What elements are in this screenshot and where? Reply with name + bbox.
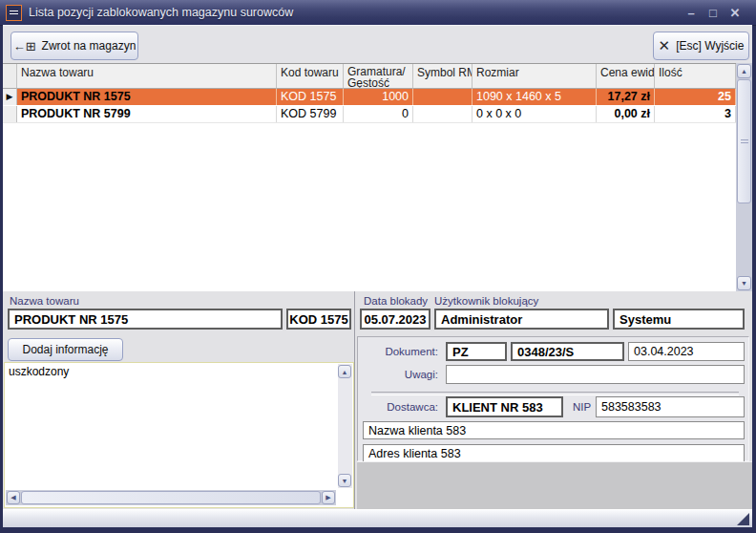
scroll-right-button[interactable]: ▶ [322,491,335,504]
data-blokady-label: Data blokady [364,295,428,307]
dokument-date-field[interactable]: 03.04.2023 [628,342,745,361]
app-icon [6,5,22,21]
table-row[interactable]: ▶ PRODUKT NR 1575 KOD 1575 1000 1090 x 1… [3,89,736,106]
close-button[interactable]: ✕ [725,6,745,20]
dokument-type-field[interactable]: PZ [446,342,507,361]
scroll-up-button[interactable]: ▲ [737,64,751,78]
klient-adres-field[interactable]: Adres klienta 583 [363,444,745,462]
column-header-selector [3,64,17,89]
cell-kod-towaru: KOD 5799 [277,106,344,122]
row-selector-icon: ▶ [3,89,17,105]
scroll-up-icon: ▲ [342,369,348,375]
uzytkownik-field-2[interactable]: Systemu [613,309,745,330]
return-to-warehouse-button[interactable]: ←⊞ Zwrot na magazyn [10,32,138,60]
exit-button-label: [Esc] Wyjście [676,39,744,53]
scrollbar-thumb[interactable] [737,79,751,203]
column-header-cena-ewid[interactable]: Cena ewid. [597,64,655,89]
klient-nazwa-field[interactable]: Nazwa klienta 583 [363,421,745,439]
window-title: Lista pozycji zablokowanych magazynu sur… [29,6,682,19]
dostawca-field[interactable]: KLIENT NR 583 [446,396,563,417]
scroll-up-button[interactable]: ▲ [338,365,351,378]
scroll-right-icon: ▶ [326,494,330,501]
textarea-vertical-scrollbar[interactable]: ▲ ▼ [338,364,352,488]
data-blokady-field[interactable]: 05.07.2023 [360,309,430,330]
scroll-down-icon: ▼ [741,280,747,287]
cell-nazwa-towaru: PRODUKT NR 1575 [17,89,277,105]
group-divider [371,392,739,395]
dostawca-label: Dostawca: [358,401,438,413]
dokument-label: Dokument: [358,346,438,357]
cell-gramatura: 1000 [344,89,413,105]
maximize-button[interactable]: □ [704,6,723,20]
document-group-panel: Dokument: PZ 0348/23/S 03.04.2023 Uwagi:… [357,336,749,461]
uzytkownik-blokujacy-label: Użytkownik blokujący [434,295,538,307]
column-header-gramatura[interactable]: Gramatura/ Gęstość [344,64,413,89]
nip-field[interactable]: 583583583 [596,396,745,417]
textarea-horizontal-scrollbar[interactable]: ◀ ▶ [6,490,336,505]
blocked-items-table: Nazwa towaru Kod towaru Gramatura/ Gęsto… [3,63,736,292]
cell-rozmiar: 1090 x 1460 x 5 [472,89,597,105]
cell-nazwa-towaru: PRODUKT NR 5799 [17,106,277,122]
cell-cena-ewid: 17,27 zł [597,89,655,105]
uwagi-field[interactable] [446,365,745,384]
close-x-icon: ✕ [659,37,671,54]
add-info-button-label: Dodaj informację [22,343,108,356]
item-details-panel: Nazwa towaru PRODUKT NR 1575 KOD 1575 Do… [3,291,355,509]
add-info-button[interactable]: Dodaj informację [8,338,123,361]
column-header-symbol-rm[interactable]: Symbol RM [413,64,472,89]
scrollbar-thumb[interactable] [21,491,321,504]
minimize-button[interactable]: – [682,6,701,20]
panel-lower-area [357,461,752,510]
column-header-ilosc[interactable]: Ilość [655,64,736,89]
table-header-row: Nazwa towaru Kod towaru Gramatura/ Gęsto… [3,64,736,89]
column-header-rozmiar[interactable]: Rozmiar [472,64,597,89]
toolbar: ←⊞ Zwrot na magazyn ✕ [Esc] Wyjście [3,25,752,65]
uwagi-label: Uwagi: [358,369,438,380]
cell-gramatura: 0 [344,106,413,122]
cell-rozmiar: 0 x 0 x 0 [472,106,597,122]
resize-grip[interactable] [737,513,749,525]
uzytkownik-field[interactable]: Administrator [434,309,609,330]
cell-kod-towaru: KOD 1575 [277,89,344,105]
status-bar [3,509,752,527]
exit-button[interactable]: ✕ [Esc] Wyjście [653,32,749,60]
cell-symbol-rm [413,106,472,122]
kod-towaru-field[interactable]: KOD 1575 [286,309,351,330]
scroll-left-icon: ◀ [10,494,15,501]
cell-ilosc: 25 [655,89,736,105]
title-bar: Lista pozycji zablokowanych magazynu sur… [0,0,756,26]
return-arrow-grid-icon: ←⊞ [13,39,36,53]
nip-label: NIP [573,401,591,413]
cell-cena-ewid: 0,00 zł [597,106,655,122]
column-header-nazwa-towaru[interactable]: Nazwa towaru [17,64,277,89]
scrollbar-grip [741,139,748,144]
nazwa-towaru-field[interactable]: PRODUKT NR 1575 [8,309,283,330]
scroll-down-button[interactable]: ▼ [338,474,351,487]
table-row[interactable]: PRODUKT NR 5799 KOD 5799 0 0 x 0 x 0 0,0… [3,106,736,123]
dokument-number-field[interactable]: 0348/23/S [511,342,624,361]
return-button-label: Zwrot na magazyn [42,39,136,53]
scroll-up-icon: ▲ [741,68,747,75]
block-details-panel: Data blokady 05.07.2023 Użytkownik bloku… [355,291,752,509]
cell-ilosc: 3 [655,106,736,122]
app-icon-glyph [10,11,18,15]
scroll-left-button[interactable]: ◀ [7,491,20,504]
scroll-down-button[interactable]: ▼ [737,276,751,290]
nazwa-towaru-label: Nazwa towaru [10,295,79,307]
table-vertical-scrollbar[interactable]: ▲ ▼ [736,63,752,291]
application-window: Lista pozycji zablokowanych magazynu sur… [0,0,756,533]
scroll-down-icon: ▼ [342,478,348,484]
column-header-kod-towaru[interactable]: Kod towaru [277,64,344,89]
row-selector-cell [3,106,17,122]
cell-symbol-rm [413,89,472,105]
info-textarea[interactable]: uszkodzony [4,362,354,508]
